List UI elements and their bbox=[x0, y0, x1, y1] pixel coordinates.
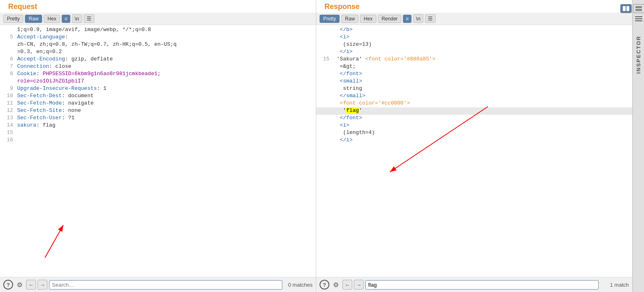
line-number: 16 bbox=[2, 137, 13, 144]
code-token: Cookie bbox=[17, 71, 36, 77]
request-help-btn[interactable]: ? bbox=[3, 280, 13, 290]
request-raw-btn[interactable]: Raw bbox=[25, 15, 42, 23]
line-number: 6 bbox=[2, 56, 13, 63]
line-number bbox=[318, 78, 329, 85]
code-token: Sec-Fetch-Dest bbox=[17, 93, 62, 99]
response-hex-btn[interactable]: Hex bbox=[360, 15, 376, 23]
line-number: 13 bbox=[2, 115, 13, 122]
response-raw-btn[interactable]: Raw bbox=[341, 15, 358, 23]
line-content: Sec-Fetch-User: ?1 bbox=[17, 115, 314, 122]
line-content bbox=[17, 137, 314, 144]
line-number: 5 bbox=[2, 34, 13, 41]
line-number bbox=[2, 41, 13, 49]
line-number bbox=[318, 49, 329, 56]
request-prev-btn[interactable]: ← bbox=[26, 280, 36, 290]
hamburger-line-3 bbox=[635, 20, 642, 21]
inspector-sidebar: INSPECTOR bbox=[633, 0, 644, 292]
code-line: 'flag' bbox=[316, 107, 632, 115]
code-token: </i> bbox=[333, 137, 353, 143]
code-token: <small> bbox=[333, 78, 362, 84]
response-pretty-btn[interactable]: Pretty bbox=[320, 15, 340, 23]
line-content: 1;q=0.9, image/avif, image/webp, */*;q=0… bbox=[17, 27, 314, 34]
code-token: Upgrade-Insecure-Requests bbox=[17, 85, 97, 91]
code-token: </i> bbox=[333, 49, 353, 55]
code-token: Sec-Fetch-Site bbox=[17, 107, 62, 114]
line-number bbox=[318, 63, 329, 71]
main-content: Request Pretty Raw Hex ≡ \n ☰ 1;q=0.9, i… bbox=[0, 0, 644, 292]
code-token: Accept-Encoding bbox=[17, 56, 65, 62]
svg-rect-6 bbox=[635, 6, 642, 8]
line-number bbox=[318, 115, 329, 122]
code-line: role=czo1OiJhZG1pbiI7 bbox=[0, 78, 316, 85]
highlighted-text: flag bbox=[346, 107, 359, 114]
request-newline-btn[interactable]: \n bbox=[72, 14, 82, 23]
line-content: Connection: close bbox=[17, 63, 314, 71]
response-help-btn[interactable]: ? bbox=[320, 280, 329, 290]
line-content: Sec-Fetch-Site: none bbox=[17, 107, 314, 115]
code-line: 9Upgrade-Insecure-Requests: 1 bbox=[0, 85, 316, 93]
line-content: <i> bbox=[333, 34, 631, 41]
response-prev-btn[interactable]: ← bbox=[342, 280, 352, 290]
code-line: 5Accept-Language: bbox=[0, 34, 316, 41]
line-content: Cookie: PHPSESSID=6kbm9g1n6ao8r981jcmkbe… bbox=[17, 71, 314, 78]
code-line: <i> bbox=[316, 34, 632, 41]
request-search-input[interactable] bbox=[49, 280, 282, 290]
svg-rect-5 bbox=[626, 6, 629, 11]
code-token: </small> bbox=[333, 93, 365, 99]
response-search-input[interactable] bbox=[365, 280, 599, 290]
code-token: Connection bbox=[17, 63, 49, 69]
request-hex-btn[interactable]: Hex bbox=[44, 15, 60, 23]
code-line: 10Sec-Fetch-Dest: document bbox=[0, 93, 316, 100]
request-menu-btn[interactable]: ☰ bbox=[84, 14, 94, 23]
response-newline-btn[interactable]: \n bbox=[413, 14, 423, 23]
code-line: 1;q=0.9, image/avif, image/webp, */*;q=0… bbox=[0, 27, 316, 34]
code-line: 16 bbox=[0, 137, 316, 144]
line-number bbox=[318, 71, 329, 78]
response-menu-btn[interactable]: ☰ bbox=[425, 14, 436, 23]
line-content: (length=4) bbox=[333, 129, 631, 137]
response-wrap-btn[interactable]: ≡ bbox=[403, 15, 411, 23]
code-line: <small> bbox=[316, 78, 632, 85]
line-content: Accept-Language: bbox=[17, 34, 314, 41]
horizontal-view-icon bbox=[635, 6, 642, 11]
request-toolbar: Pretty Raw Hex ≡ \n ☰ bbox=[0, 13, 316, 25]
response-render-btn[interactable]: Render bbox=[378, 15, 401, 23]
request-wrap-btn[interactable]: ≡ bbox=[62, 15, 70, 23]
code-line: (length=4) bbox=[316, 129, 632, 137]
code-line: 6Accept-Encoding: gzip, deflate bbox=[0, 56, 316, 63]
line-number: 8 bbox=[2, 71, 13, 78]
request-pretty-btn[interactable]: Pretty bbox=[3, 15, 23, 23]
line-content: role=czo1OiJhZG1pbiI7 bbox=[17, 78, 314, 85]
line-number: 9 bbox=[2, 85, 13, 93]
response-search-bar: ? ⚙ ← → 1 match bbox=[316, 277, 632, 292]
line-number bbox=[2, 27, 13, 34]
request-search-count: 0 matches bbox=[284, 282, 313, 288]
response-next-btn[interactable]: → bbox=[354, 280, 364, 290]
inspector-label: INSPECTOR bbox=[635, 36, 642, 74]
line-content: (size=13) bbox=[333, 41, 631, 49]
code-line: string bbox=[316, 85, 632, 93]
line-number bbox=[2, 49, 13, 56]
code-line: zh-CN, zh;q=0.8, zh-TW;q=0.7, zh-HK;q=0.… bbox=[0, 41, 316, 49]
code-line: =&gt; bbox=[316, 63, 632, 71]
line-content: string bbox=[333, 85, 631, 93]
view-horizontal-btn[interactable] bbox=[633, 4, 644, 13]
line-number bbox=[318, 107, 329, 115]
code-line: 11Sec-Fetch-Mode: navigate bbox=[0, 100, 316, 107]
code-token: <font color='#cc0000'> bbox=[333, 100, 410, 106]
line-number: 11 bbox=[2, 100, 13, 107]
line-number: 14 bbox=[2, 122, 13, 129]
line-content: </font> bbox=[333, 115, 631, 122]
request-next-btn[interactable]: → bbox=[38, 280, 47, 290]
line-number bbox=[2, 78, 13, 85]
response-gear-btn[interactable]: ⚙ bbox=[331, 280, 341, 290]
line-number bbox=[318, 27, 329, 34]
code-token: Sec-Fetch-Mode bbox=[17, 100, 62, 106]
request-gear-btn[interactable]: ⚙ bbox=[15, 280, 25, 290]
code-token: <font color='#888a85'> bbox=[365, 56, 436, 62]
split-view-icon bbox=[623, 6, 629, 11]
line-content: Accept-Encoding: gzip, deflate bbox=[17, 56, 314, 63]
response-title: Response bbox=[320, 0, 364, 12]
view-split-btn[interactable] bbox=[620, 4, 632, 13]
hamburger-menu-btn[interactable] bbox=[634, 14, 643, 23]
